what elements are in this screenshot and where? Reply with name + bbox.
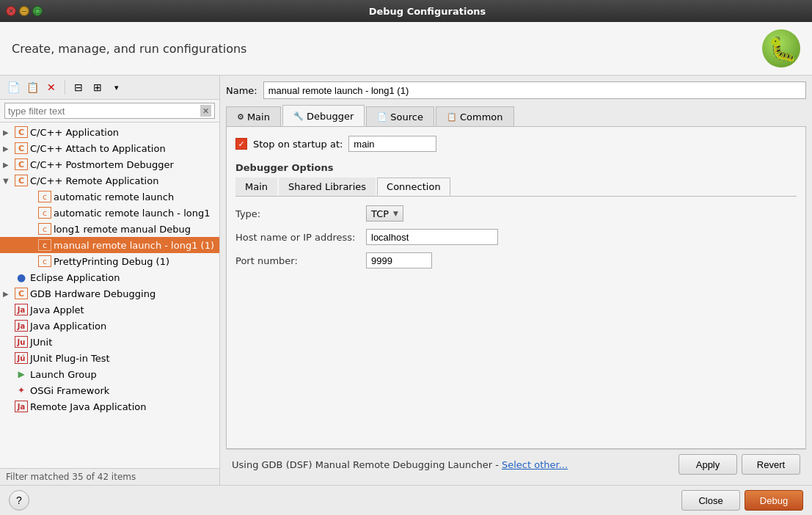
config-tree[interactable]: ▶ C C/C++ Application ▶ C C/C++ Attach t… bbox=[0, 123, 219, 468]
tab-source[interactable]: 📄 Source bbox=[366, 106, 434, 126]
minimize-btn[interactable]: − bbox=[19, 6, 29, 16]
port-input[interactable] bbox=[366, 252, 432, 269]
debugger-options-title: Debugger Options bbox=[235, 162, 797, 173]
expand-icon[interactable]: ▶ bbox=[3, 128, 15, 136]
maximize-btn[interactable]: □ bbox=[32, 6, 43, 16]
subtab-connection[interactable]: Connection bbox=[377, 178, 450, 196]
hostname-input[interactable] bbox=[366, 229, 498, 245]
tree-item-auto-remote-long1[interactable]: ▶ c automatic remote launch - long1 bbox=[0, 205, 219, 221]
apply-button[interactable]: Apply bbox=[679, 454, 737, 475]
close-window-btn[interactable]: ✕ bbox=[6, 6, 16, 16]
tree-item-cpp-app[interactable]: ▶ C C/C++ Application bbox=[0, 124, 219, 140]
subtab-main[interactable]: Main bbox=[235, 178, 277, 196]
startup-row: ✓ Stop on startup at: bbox=[235, 136, 797, 152]
source-tab-label: Source bbox=[390, 112, 423, 123]
java-applet-label: Java Applet bbox=[30, 304, 84, 315]
source-tab-icon: 📄 bbox=[377, 112, 387, 122]
cpp-postmortem-label: C/C++ Postmortem Debugger bbox=[30, 159, 174, 170]
copy-config-btn[interactable]: 📋 bbox=[23, 78, 41, 96]
eclipse-icon: ● bbox=[15, 271, 28, 283]
tree-item-eclipse-app[interactable]: ▶ ● Eclipse Application bbox=[0, 269, 219, 285]
tree-item-remote-java[interactable]: ▶ Ja Remote Java Application bbox=[0, 398, 219, 414]
tree-item-junit-plugin[interactable]: ▶ Jú JUnit Plug-in Test bbox=[0, 350, 219, 366]
expand-icon[interactable]: ▶ bbox=[3, 161, 15, 169]
stop-startup-checkbox[interactable]: ✓ bbox=[235, 138, 247, 150]
cpp-attach-label: C/C++ Attach to Application bbox=[30, 143, 166, 154]
revert-button[interactable]: Revert bbox=[742, 454, 800, 475]
hostname-row: Host name or IP address: bbox=[235, 229, 797, 245]
new-config-btn[interactable]: 📄 bbox=[4, 78, 22, 96]
cpp-remote-label: C/C++ Remote Application bbox=[30, 175, 158, 186]
menu-btn[interactable]: ▾ bbox=[108, 78, 125, 96]
subtab-shared-libs[interactable]: Shared Libraries bbox=[279, 178, 376, 196]
close-button[interactable]: Close bbox=[681, 490, 740, 511]
expand-icon[interactable]: ▶ bbox=[3, 290, 15, 298]
tree-item-auto-remote[interactable]: ▶ c automatic remote launch bbox=[0, 189, 219, 205]
type-dropdown[interactable]: TCP ▼ bbox=[366, 205, 403, 222]
cpp-app-icon: C bbox=[15, 126, 28, 138]
cpp-remote-icon: C bbox=[15, 175, 28, 186]
main-tab-label: Main bbox=[247, 112, 270, 123]
launch-group-icon: ▶ bbox=[15, 368, 28, 380]
subtabs-bar: Main Shared Libraries Connection bbox=[235, 178, 797, 197]
long1-icon: c bbox=[38, 223, 51, 235]
spacer: ▶ bbox=[3, 370, 15, 379]
subtab-connection-label: Connection bbox=[387, 181, 441, 192]
tree-item-gdb-hardware[interactable]: ▶ C GDB Hardware Debugging bbox=[0, 285, 219, 302]
tab-main[interactable]: ⚙ Main bbox=[226, 106, 281, 126]
tree-item-java-app[interactable]: ▶ Ja Java Application bbox=[0, 318, 219, 334]
select-other-link[interactable]: Select other... bbox=[502, 459, 568, 470]
tab-common[interactable]: 📋 Common bbox=[436, 106, 514, 126]
expand-icon[interactable]: ▶ bbox=[3, 274, 15, 282]
tree-item-prettyprinting[interactable]: ▶ c PrettyPrinting Debug (1) bbox=[0, 253, 219, 269]
window-controls[interactable]: ✕ − □ bbox=[6, 6, 43, 16]
tree-item-java-applet[interactable]: ▶ Ja Java Applet bbox=[0, 302, 219, 318]
spacer: ▶ bbox=[3, 354, 15, 362]
tree-item-cpp-attach[interactable]: ▶ C C/C++ Attach to Application bbox=[0, 140, 219, 156]
tree-item-junit[interactable]: ▶ Ju JUnit bbox=[0, 334, 219, 350]
gdb-label: GDB Hardware Debugging bbox=[30, 288, 156, 299]
debug-button[interactable]: Debug bbox=[745, 490, 803, 511]
filter-input[interactable] bbox=[8, 106, 200, 117]
debugger-tab-icon: 🔧 bbox=[293, 112, 304, 121]
tree-item-long1-remote-manual[interactable]: ▶ c long1 remote manual Debug bbox=[0, 221, 219, 237]
launch-group-label: Launch Group bbox=[30, 369, 97, 380]
filter-status: Filter matched 35 of 42 items bbox=[0, 468, 219, 485]
junit-label: JUnit bbox=[30, 337, 52, 348]
main-window: Create, manage, and run configurations 🐛… bbox=[0, 22, 812, 515]
junit-plugin-icon: Jú bbox=[15, 352, 28, 364]
prettyprinting-label: PrettyPrinting Debug (1) bbox=[54, 256, 169, 267]
toolbar: 📄 📋 ✕ ⊟ ⊞ ▾ bbox=[0, 76, 219, 100]
tree-item-launch-group[interactable]: ▶ ▶ Launch Group bbox=[0, 366, 219, 382]
footer: ? Close Debug bbox=[0, 485, 812, 515]
spacer: ▶ bbox=[3, 306, 15, 314]
stop-startup-input[interactable] bbox=[348, 136, 436, 152]
tree-item-osgi[interactable]: ▶ ✦ OSGi Framework bbox=[0, 382, 219, 398]
tree-item-manual-remote-long1[interactable]: ▶ c manual remote launch - long1 (1) bbox=[0, 237, 219, 253]
filter-wrap: ✕ bbox=[4, 103, 215, 119]
right-panel: Name: ⚙ Main 🔧 Debugger 📄 Source � bbox=[220, 76, 812, 485]
main-tab-icon: ⚙ bbox=[237, 112, 244, 122]
help-button[interactable]: ? bbox=[9, 490, 29, 511]
filter-area: ✕ bbox=[0, 100, 219, 123]
auto-remote-long1-label: automatic remote launch - long1 bbox=[54, 208, 211, 219]
auto-remote-long1-icon: c bbox=[38, 207, 51, 219]
expand-icon[interactable]: ▼ bbox=[3, 177, 15, 185]
port-row: Port number: bbox=[235, 252, 797, 269]
tree-item-cpp-postmortem[interactable]: ▶ C C/C++ Postmortem Debugger bbox=[0, 156, 219, 172]
tree-item-cpp-remote[interactable]: ▼ C C/C++ Remote Application bbox=[0, 172, 219, 189]
spacer: ▶ bbox=[3, 322, 15, 330]
subtab-shared-libs-label: Shared Libraries bbox=[288, 181, 366, 192]
type-label: Type: bbox=[235, 208, 360, 219]
collapse-all-btn[interactable]: ⊟ bbox=[70, 78, 87, 96]
cpp-attach-icon: C bbox=[15, 142, 28, 154]
expand-icon[interactable]: ▶ bbox=[3, 145, 15, 153]
filter-clear-btn[interactable]: ✕ bbox=[200, 105, 211, 117]
expand-btn[interactable]: ⊞ bbox=[89, 78, 106, 96]
auto-remote-icon: c bbox=[38, 191, 51, 202]
tab-debugger[interactable]: 🔧 Debugger bbox=[282, 105, 365, 126]
name-input[interactable] bbox=[263, 81, 806, 99]
status-text-label: Using GDB (DSF) Manual Remote Debugging … bbox=[232, 459, 499, 470]
delete-config-btn[interactable]: ✕ bbox=[43, 78, 60, 96]
footer-right-buttons: Close Debug bbox=[681, 490, 803, 511]
